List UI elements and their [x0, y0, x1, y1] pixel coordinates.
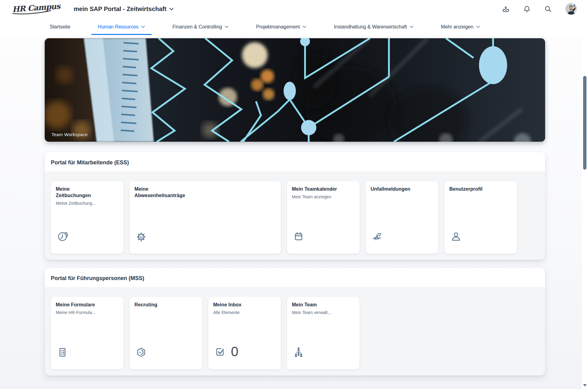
tile-panel-mss: Meine Formulare Meine HR-Formula... [45, 287, 545, 376]
tab-startseite[interactable]: Startseite [43, 18, 77, 36]
inbox-tray-icon [502, 5, 510, 13]
hero-caption: Team Workspace [51, 132, 88, 137]
header-actions [502, 3, 577, 15]
tile-subtitle [134, 201, 276, 206]
page-title: mein SAP Portal - Zeitwirtschaft [74, 6, 166, 13]
person-icon [450, 230, 462, 243]
section-mss: Portal für Führungspersonen (MSS) Meine … [45, 268, 545, 376]
shell-header: HR Campus mein SAP Portal - Zeitwirtscha… [0, 0, 588, 18]
chevron-down-icon [303, 26, 306, 28]
top-navigation: Startseite Human Resources Finanzen & Co… [0, 18, 588, 36]
tile-title: Meine Zeitbuchungen [56, 186, 119, 199]
tile-benutzerprofil[interactable]: Benutzerprofil [444, 181, 517, 254]
tile-mein-teamkalender[interactable]: Mein Teamkalender Mein Team anzeigen [287, 181, 360, 254]
tab-mehr-anzeigen[interactable]: Mehr anzeigen [434, 18, 487, 36]
avatar-photo [565, 3, 577, 15]
tile-subtitle: Mein Team anzeigen [292, 194, 355, 200]
tile-subtitle: Mein Team verwalt... [292, 310, 355, 315]
hero-image [45, 38, 545, 142]
tile-title: Benutzerprofil [449, 186, 512, 193]
calendar-icon [292, 230, 305, 243]
tile-meine-zeitbuchungen[interactable]: Meine Zeitbuchungen Meine Zeitbuchung... [51, 181, 123, 254]
tab-human-resources[interactable]: Human Resources [91, 18, 152, 36]
tab-label: Instandhaltung & Warenwirtschaft [334, 24, 407, 30]
tile-title: Meine Formulare [56, 302, 119, 308]
inbox-button[interactable] [502, 5, 510, 13]
chevron-down-icon [141, 26, 145, 28]
absence-gear-face-icon [135, 230, 147, 243]
hexagon-recruiting-icon [135, 346, 147, 358]
time-entries-icon [56, 230, 69, 243]
tab-finanzen-controlling[interactable]: Finanzen & Controlling [166, 18, 235, 36]
tile-subtitle: Meine HR-Formula... [56, 310, 119, 315]
tile-panel-ess: Meine Zeitbuchungen Meine Zeitbuchung...… [45, 171, 545, 260]
org-chart-icon [292, 346, 305, 358]
form-list-icon [56, 346, 69, 358]
avatar[interactable] [565, 3, 577, 15]
tab-label: Finanzen & Controlling [172, 24, 222, 30]
tile-title: Recruting [134, 302, 197, 308]
inbox-count: 0 [231, 345, 238, 358]
scrollbar-thumb[interactable] [583, 76, 586, 170]
tab-projektmanagement[interactable]: Projektmanagement [249, 18, 313, 36]
tile-meine-formulare[interactable]: Meine Formulare Meine HR-Formula... [51, 297, 123, 369]
tile-meine-abwesenheitsantraege[interactable]: Meine Abwesenheitsanträge [130, 181, 281, 254]
tile-title: Mein Team [292, 302, 355, 308]
tab-label: Human Resources [98, 24, 139, 30]
tile-title: Meine Abwesenheitsanträge [134, 186, 276, 199]
brand-logo: HR Campus [12, 4, 60, 14]
tile-unfallmeldungen[interactable]: Unfallmeldungen [366, 181, 438, 254]
section-ess: Portal für Mitarbeitende (ESS) Meine Zei… [45, 152, 545, 260]
search-button[interactable] [544, 5, 552, 13]
tile-subtitle [134, 310, 197, 315]
section-title-mss: Portal für Führungspersonen (MSS) [45, 268, 545, 287]
tile-subtitle [371, 194, 433, 200]
app-title-menu[interactable]: mein SAP Portal - Zeitwirtschaft [74, 6, 174, 13]
chevron-down-icon [225, 26, 228, 28]
notifications-button[interactable] [523, 5, 531, 13]
tab-label: Projektmanagement [256, 24, 300, 30]
tab-label: Startseite [50, 24, 70, 30]
tile-mein-team[interactable]: Mein Team Mein Team verwalt... [287, 297, 360, 369]
hero-banner-team-workspace[interactable]: Team Workspace [45, 38, 545, 142]
chevron-down-icon [476, 26, 480, 28]
tile-subtitle: Meine Zeitbuchung... [56, 201, 119, 206]
chevron-down-icon [410, 26, 413, 28]
scrollbar-down-arrow[interactable] [583, 384, 587, 387]
tile-title: Unfallmeldungen [371, 186, 433, 193]
tile-meine-inbox[interactable]: Meine Inbox Alle Elemente 0 [208, 297, 281, 369]
tile-subtitle [449, 194, 512, 200]
task-check-icon [214, 346, 226, 358]
tile-subtitle: Alle Elemente [213, 310, 276, 315]
chevron-down-icon [169, 8, 174, 10]
tile-title: Meine Inbox [213, 302, 276, 308]
section-title-ess: Portal für Mitarbeitende (ESS) [45, 152, 545, 171]
tab-label: Mehr anzeigen [441, 24, 473, 30]
ecg-heart-icon [371, 230, 383, 243]
tile-title: Mein Teamkalender [292, 186, 355, 193]
search-icon [544, 5, 552, 13]
scrollbar[interactable] [582, 18, 588, 389]
tab-instandhaltung-warenwirtschaft[interactable]: Instandhaltung & Warenwirtschaft [327, 18, 420, 36]
bell-icon [523, 5, 531, 13]
main-content: Team Workspace Portal für Mitarbeitende … [0, 36, 588, 389]
tile-recruting[interactable]: Recruting [130, 297, 202, 369]
